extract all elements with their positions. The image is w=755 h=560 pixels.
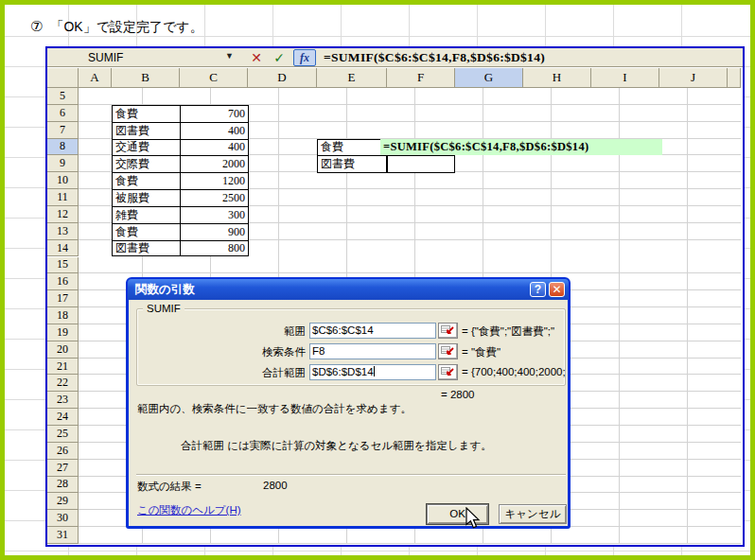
column-header-G[interactable]: G	[455, 68, 523, 88]
expense-amount-cell[interactable]: 2500	[180, 189, 249, 206]
insert-function-icon[interactable]: fx	[293, 49, 316, 66]
argument-input-2[interactable]: F8	[309, 343, 436, 359]
name-box-dropdown-icon[interactable]: ▼	[225, 51, 234, 61]
row-header-10[interactable]: 10	[47, 172, 79, 189]
expense-item-cell[interactable]: 食費	[112, 172, 180, 189]
formula-result-value: 2800	[263, 480, 288, 491]
argument-value-3: = {700;400;400;2000;12	[462, 366, 566, 377]
column-header-partial[interactable]	[728, 68, 741, 88]
expense-item-cell[interactable]: 交通費	[112, 139, 180, 156]
row-header-24[interactable]: 24	[47, 409, 79, 426]
group-box-label: SUMIF	[143, 303, 184, 314]
page-frame: ⑦「OK」で設定完了です。 SUMIF ▼ ✕ ✓ fx =SUMIF($C$6…	[0, 0, 755, 560]
function-description: 範囲内の、検索条件に一致する数値の合計を求めます。	[137, 402, 412, 416]
row-header-12[interactable]: 12	[47, 206, 79, 223]
expense-amount-cell[interactable]: 800	[180, 240, 249, 257]
collapse-dialog-icon	[441, 367, 455, 377]
expense-item-cell[interactable]: 図書費	[112, 122, 180, 139]
expense-amount-cell[interactable]: 900	[180, 223, 249, 240]
row-header-20[interactable]: 20	[47, 341, 79, 359]
argument-label-3: 合計範囲	[148, 366, 306, 380]
expense-item-cell[interactable]: 図書費	[112, 240, 180, 257]
row-header-27[interactable]: 27	[47, 460, 79, 477]
enter-icon[interactable]: ✓	[271, 49, 288, 66]
expense-item-cell[interactable]: 被服費	[112, 189, 180, 206]
column-header-D[interactable]: D	[248, 68, 317, 88]
column-header-C[interactable]: C	[180, 68, 248, 88]
separator	[136, 474, 566, 476]
argument-input-3[interactable]: $D$6:$D$14	[309, 364, 436, 380]
argument-label-1: 範囲	[148, 324, 306, 339]
row-header-22[interactable]: 22	[47, 375, 79, 392]
cancel-button[interactable]: キャンセル	[499, 504, 567, 524]
step-text: 「OK」で設定完了です。	[50, 19, 202, 34]
argument-input-1[interactable]: $C$6:$C$14	[309, 323, 436, 339]
row-header-21[interactable]: 21	[47, 359, 79, 376]
column-header-A[interactable]: A	[79, 68, 112, 88]
column-header-I[interactable]: I	[591, 68, 659, 88]
active-formula-cell-g8[interactable]: =SUMIF($C$6:$C$14,F8,$D$6:$D$14)	[380, 139, 662, 156]
expense-amount-cell[interactable]: 300	[180, 206, 249, 223]
row-header-23[interactable]: 23	[47, 392, 79, 409]
criteria-cell-f9[interactable]: 図書費	[317, 155, 387, 173]
expense-item-cell[interactable]: 食費	[112, 105, 180, 122]
row-header-18[interactable]: 18	[47, 307, 79, 324]
row-header-30[interactable]: 30	[47, 510, 79, 527]
collapse-dialog-button-2[interactable]	[438, 343, 458, 359]
column-header-J[interactable]: J	[659, 68, 728, 88]
column-header-E[interactable]: E	[317, 68, 387, 88]
row-header-28[interactable]: 28	[47, 477, 79, 494]
expense-item-cell[interactable]: 雑費	[112, 206, 180, 223]
close-icon[interactable]: ✕	[549, 282, 565, 297]
formula-result-label: 数式の結果 =	[137, 480, 202, 494]
column-header-H[interactable]: H	[523, 68, 591, 88]
dialog-title-bar[interactable]: 関数の引数 ? ✕	[128, 279, 569, 300]
expense-item-cell[interactable]: 食費	[112, 223, 180, 240]
dialog-help-icon[interactable]: ?	[530, 282, 546, 297]
dialog-title: 関数の引数	[135, 283, 195, 296]
column-header-F[interactable]: F	[387, 68, 455, 88]
mouse-cursor-icon	[465, 507, 483, 532]
collapse-dialog-icon	[441, 325, 455, 336]
row-header-16[interactable]: 16	[47, 273, 79, 290]
column-header-B[interactable]: B	[112, 68, 180, 88]
argument-value-2: = "食費"	[462, 345, 566, 359]
argument-hint: 合計範囲 には実際に計算の対象となるセル範囲を指定します。	[181, 439, 492, 453]
row-header-7[interactable]: 7	[47, 122, 79, 139]
row-header-15[interactable]: 15	[47, 257, 79, 274]
row-header-11[interactable]: 11	[47, 189, 79, 206]
cancel-icon[interactable]: ✕	[248, 49, 265, 66]
collapse-dialog-icon	[441, 346, 455, 357]
expense-item-cell[interactable]: 交際費	[112, 155, 180, 172]
row-header-14[interactable]: 14	[47, 240, 79, 257]
function-help-link[interactable]: この関数のヘルプ(H)	[137, 503, 241, 517]
row-header-6[interactable]: 6	[47, 105, 79, 122]
row-header-5[interactable]: 5	[47, 88, 79, 105]
criteria-cell-f8[interactable]: 食費	[317, 139, 387, 157]
row-header-8[interactable]: 8	[47, 139, 79, 156]
select-all-corner[interactable]	[47, 68, 79, 88]
formula-text[interactable]: =SUMIF($C$6:$C$14,F8,$D$6:$D$14)	[324, 50, 545, 65]
collapse-dialog-button-1[interactable]	[438, 323, 458, 339]
name-box[interactable]: SUMIF	[49, 50, 225, 65]
formula-bar: SUMIF ▼ ✕ ✓ fx =SUMIF($C$6:$C$14,F8,$D$6…	[47, 48, 743, 67]
row-header-19[interactable]: 19	[47, 324, 79, 341]
result-cell-g9[interactable]	[387, 155, 455, 173]
expense-amount-cell[interactable]: 400	[180, 122, 249, 139]
row-header-9[interactable]: 9	[47, 155, 79, 172]
row-header-13[interactable]: 13	[47, 223, 79, 240]
argument-value-1: = {"食費";"図書費";"	[462, 324, 566, 339]
row-header-26[interactable]: 26	[47, 443, 79, 460]
expense-amount-cell[interactable]: 700	[180, 105, 249, 122]
function-arguments-dialog: 関数の引数 ? ✕ SUMIF 範囲$C$6:$C$14= {"食費";"図書費…	[126, 277, 571, 529]
row-header-29[interactable]: 29	[47, 493, 79, 510]
argument-label-2: 検索条件	[148, 345, 306, 359]
expense-amount-cell[interactable]: 400	[180, 139, 249, 156]
text-caret	[374, 366, 375, 376]
row-header-25[interactable]: 25	[47, 426, 79, 443]
expense-amount-cell[interactable]: 1200	[180, 172, 249, 189]
row-header-31[interactable]: 31	[47, 527, 79, 544]
collapse-dialog-button-3[interactable]	[438, 364, 458, 380]
row-header-17[interactable]: 17	[47, 290, 79, 307]
expense-amount-cell[interactable]: 2000	[180, 155, 249, 172]
